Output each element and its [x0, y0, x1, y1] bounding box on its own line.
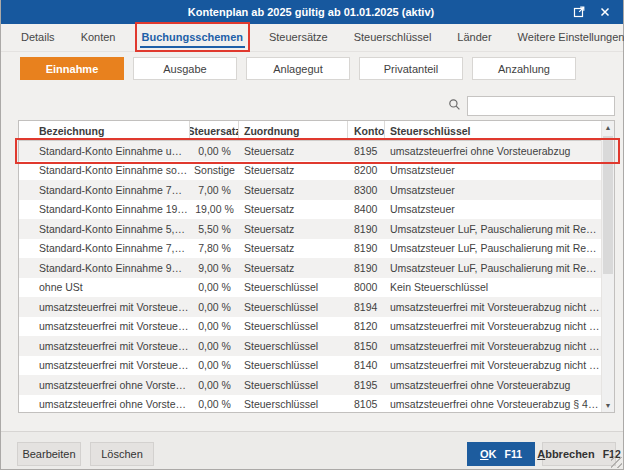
table-row[interactable]: Standard-Konto Einnahme 9% USt9,00 %Steu…: [19, 258, 601, 278]
cancel-button-label: Abbrechen: [537, 448, 594, 460]
cell-steuersatz: 0,00 %: [190, 340, 239, 352]
cell-zuordnung: Steuerschlüssel: [239, 340, 348, 352]
cancel-button[interactable]: Abbrechen F12: [542, 442, 616, 466]
cell-bezeichnung: umsatzsteuerfrei ohne Vorsteuerabzug u…: [19, 379, 190, 391]
cell-steuersatz: 5,50 %: [190, 223, 239, 235]
cell-steuerschluessel: umsatzsteuerfrei mit Vorsteuerabzug nich…: [385, 320, 601, 332]
delete-button[interactable]: Löschen: [90, 442, 154, 466]
table-row[interactable]: ohne USt0,00 %Steuerschlüssel8000Kein St…: [19, 278, 601, 298]
table-row[interactable]: Standard-Konto Einnahme sonstige Steu…So…: [19, 161, 601, 181]
accounts-table: BezeichnungSteuersatzZuordnungKontoSteue…: [18, 120, 615, 413]
cell-steuerschluessel: Umsatzsteuer: [385, 164, 601, 176]
tab-laender[interactable]: Länder: [455, 25, 493, 50]
table-row[interactable]: umsatzsteuerfrei mit Vorsteuerabzug nic……: [19, 336, 601, 356]
tab-details[interactable]: Details: [19, 25, 57, 50]
cell-bezeichnung: Standard-Konto Einnahme sonstige Steu…: [19, 164, 190, 176]
cell-zuordnung: Steuerschlüssel: [239, 379, 348, 391]
scroll-up-icon[interactable]: ▲: [602, 121, 614, 134]
table-header-row: BezeichnungSteuersatzZuordnungKontoSteue…: [19, 121, 614, 141]
footer-bar: Bearbeiten Löschen OK F11 Abbrechen F12: [1, 431, 623, 469]
edit-button[interactable]: Bearbeiten: [17, 442, 81, 466]
cell-bezeichnung: Standard-Konto Einnahme umsatzsteuer…: [19, 145, 190, 157]
popout-icon[interactable]: [569, 3, 589, 21]
cell-zuordnung: Steuersatz: [239, 184, 348, 196]
close-icon[interactable]: [595, 3, 615, 21]
table-row[interactable]: Standard-Konto Einnahme 7,8% USt7,80 %St…: [19, 239, 601, 259]
column-header-steuersatz[interactable]: Steuersatz: [190, 121, 239, 140]
cell-steuerschluessel: umsatzsteuerfrei mit Vorsteuerabzug nich…: [385, 359, 601, 371]
cell-konto: 8000: [348, 281, 385, 293]
resize-grip-icon[interactable]: [611, 457, 622, 468]
table-row[interactable]: Standard-Konto Einnahme 7% USt7,00 %Steu…: [19, 180, 601, 200]
table-row[interactable]: umsatzsteuerfrei mit Vorsteuerabzug nic……: [19, 297, 601, 317]
ok-button-label: OK: [480, 448, 497, 460]
tab-buchungsschemen[interactable]: Buchungsschemen: [140, 25, 245, 50]
schema-button-privatanteil[interactable]: Privatanteil: [359, 57, 463, 80]
cell-steuersatz: 0,00 %: [190, 301, 239, 313]
cell-steuerschluessel: umsatzsteuerfrei ohne Vorsteuerabzug § 4…: [385, 398, 601, 410]
cell-konto: 8195: [348, 379, 385, 391]
cell-bezeichnung: umsatzsteuerfrei mit Vorsteuerabzug nic…: [19, 301, 190, 313]
cell-konto: 8140: [348, 359, 385, 371]
table-row[interactable]: umsatzsteuerfrei mit Vorsteuerabzug nic……: [19, 356, 601, 376]
tab-konten[interactable]: Konten: [79, 25, 118, 50]
tab-steuerschluessel[interactable]: Steuerschlüssel: [352, 25, 434, 50]
cell-steuersatz: 7,80 %: [190, 242, 239, 254]
table-row[interactable]: Standard-Konto Einnahme umsatzsteuer…0,0…: [19, 141, 601, 161]
schema-button-ausgabe[interactable]: Ausgabe: [133, 57, 237, 80]
cell-steuerschluessel: Umsatzsteuer LuF, Pauschalierung mit Reg…: [385, 242, 601, 254]
cell-steuersatz: Sonstige: [190, 164, 239, 176]
cell-zuordnung: Steuersatz: [239, 145, 348, 157]
cell-konto: 8150: [348, 340, 385, 352]
table-row[interactable]: umsatzsteuerfrei mit Vorsteuerabzug nic……: [19, 317, 601, 337]
column-header-zuordnung[interactable]: Zuordnung: [239, 121, 348, 140]
tab-steuersaetze[interactable]: Steuersätze: [267, 25, 330, 50]
column-header-steuerschluessel[interactable]: Steuerschlüssel: [385, 121, 601, 140]
table-body: Standard-Konto Einnahme umsatzsteuer…0,0…: [19, 141, 601, 412]
tab-weitere-einstellungen[interactable]: Weitere Einstellungen: [516, 25, 624, 50]
annotation-box-tab: [135, 22, 250, 52]
cell-steuerschluessel: umsatzsteuerfrei mit Vorsteuerabzug nich…: [385, 340, 601, 352]
cell-bezeichnung: umsatzsteuerfrei mit Vorsteuerabzug nic…: [19, 320, 190, 332]
search-input[interactable]: [467, 96, 615, 116]
cell-steuersatz: 0,00 %: [190, 398, 239, 410]
cell-steuersatz: 0,00 %: [190, 379, 239, 391]
table-row[interactable]: Standard-Konto Einnahme 19% USt19,00 %St…: [19, 200, 601, 220]
cell-konto: 8195: [348, 145, 385, 157]
column-header-bezeichnung[interactable]: Bezeichnung: [19, 121, 190, 140]
table-row[interactable]: Standard-Konto Einnahme 5,5% USt5,50 %St…: [19, 219, 601, 239]
cell-steuerschluessel: Umsatzsteuer LuF, Pauschalierung mit Reg…: [385, 223, 601, 235]
cell-konto: 8190: [348, 223, 385, 235]
cell-steuerschluessel: Umsatzsteuer: [385, 184, 601, 196]
cell-steuersatz: 7,00 %: [190, 184, 239, 196]
cell-konto: 8190: [348, 262, 385, 274]
vertical-scrollbar[interactable]: ▲ ▼: [601, 121, 614, 412]
table-row[interactable]: umsatzsteuerfrei ohne Vorsteuerabzug u…0…: [19, 375, 601, 395]
cell-konto: 8120: [348, 320, 385, 332]
title-bar: Kontenplan ab 2025 gültig ab 01.01.2025 …: [1, 0, 623, 24]
cell-konto: 8194: [348, 301, 385, 313]
window-title: Kontenplan ab 2025 gültig ab 01.01.2025 …: [53, 6, 569, 18]
cell-bezeichnung: ohne USt: [19, 281, 190, 293]
column-header-konto[interactable]: Konto: [348, 121, 385, 140]
cell-konto: 8200: [348, 164, 385, 176]
schema-button-anlagegut[interactable]: Anlagegut: [246, 57, 350, 80]
scrollbar-thumb[interactable]: [603, 136, 613, 274]
scroll-down-icon[interactable]: ▼: [602, 399, 614, 412]
schema-button-anzahlung[interactable]: Anzahlung: [472, 57, 576, 80]
cell-bezeichnung: Standard-Konto Einnahme 19% USt: [19, 203, 190, 215]
ok-shortcut-label: F11: [505, 448, 523, 460]
cell-steuersatz: 0,00 %: [190, 145, 239, 157]
cell-steuersatz: 0,00 %: [190, 320, 239, 332]
ok-button[interactable]: OK F11: [467, 442, 535, 466]
cell-zuordnung: Steuersatz: [239, 164, 348, 176]
table-row[interactable]: umsatzsteuerfrei ohne Vorsteuerabzug §…0…: [19, 395, 601, 415]
cell-zuordnung: Steuersatz: [239, 242, 348, 254]
cell-bezeichnung: umsatzsteuerfrei ohne Vorsteuerabzug §…: [19, 398, 190, 410]
cell-steuerschluessel: Umsatzsteuer: [385, 203, 601, 215]
cell-konto: 8300: [348, 184, 385, 196]
cell-steuerschluessel: umsatzsteuerfrei ohne Vorsteuerabzug: [385, 379, 601, 391]
schema-button-einnahme[interactable]: Einnahme: [20, 57, 124, 80]
cell-steuerschluessel: Kein Steuerschlüssel: [385, 281, 601, 293]
cell-bezeichnung: Standard-Konto Einnahme 7% USt: [19, 184, 190, 196]
